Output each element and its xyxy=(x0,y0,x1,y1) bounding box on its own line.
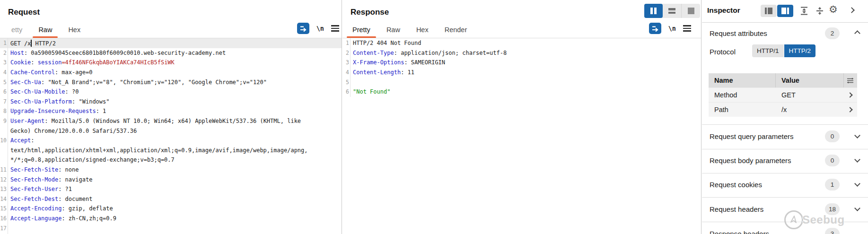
line-number: 6 xyxy=(0,87,8,97)
dock-right-icon[interactable] xyxy=(777,5,793,17)
editor-line: 4Content-Length: 11 xyxy=(342,68,701,78)
line-number: 8 xyxy=(0,106,8,116)
editor-line: Gecko) Chrome/120.0.0.0 Safari/537.36 xyxy=(0,126,342,136)
tab-response-render[interactable]: Render xyxy=(437,22,475,38)
editor-line: 3Cookie: session=4fI46NFGkqbABoYIAKCa74H… xyxy=(0,58,342,68)
editor-line: 2Host: 0a590059045ceec6801b80f6009c0010.… xyxy=(0,48,342,58)
editor-line: 2Content-Type: application/json; charset… xyxy=(342,48,701,58)
editor-menu-icon[interactable] xyxy=(331,25,339,32)
request-panel: Request etty Raw Hex \n 1GET /x HTTP/22H… xyxy=(0,0,342,234)
response-editor[interactable]: 1HTTP/2 404 Not Found2Content-Type: appl… xyxy=(342,38,701,234)
line-number: 5 xyxy=(0,77,8,87)
editor-line: 4Cache-Control: max-age=0 xyxy=(0,68,342,78)
section-request-cookies[interactable]: Request cookies xyxy=(710,181,762,189)
line-number: 3 xyxy=(0,58,8,68)
chevron-down-icon[interactable] xyxy=(854,132,860,139)
section-response-headers[interactable]: Response headers xyxy=(710,230,769,234)
line-number: 6 xyxy=(342,87,351,97)
tab-response-pretty[interactable]: Pretty xyxy=(344,22,378,38)
table-rows: MethodGETPath/x xyxy=(709,87,857,117)
chevron-down-icon[interactable] xyxy=(854,156,860,163)
section-badge: 2 xyxy=(825,27,840,39)
protocol-toggle: HTTP/1 HTTP/2 xyxy=(752,44,815,57)
line-number: 5 xyxy=(342,77,351,87)
editor-line: 11Sec-Fetch-Site: none xyxy=(0,165,342,175)
section-request-attributes[interactable]: Request attributes xyxy=(710,29,767,37)
seebug-watermark-text: Seebug xyxy=(802,213,845,226)
editor-line: 17 xyxy=(0,223,342,233)
word-wrap-icon[interactable] xyxy=(649,23,661,34)
editor-line: 9User-Agent: Mozilla/5.0 (Windows NT 10.… xyxy=(0,116,342,126)
column-value: Value xyxy=(776,73,844,87)
line-number: 16 xyxy=(0,214,8,224)
dock-left-icon[interactable] xyxy=(761,5,777,17)
section-badge: 0 xyxy=(825,155,840,166)
chevron-right-icon[interactable] xyxy=(847,107,852,112)
collapse-all-icon[interactable] xyxy=(815,6,824,16)
line-number xyxy=(0,155,8,165)
attribute-row-path[interactable]: Path/x xyxy=(709,102,857,117)
line-number: 13 xyxy=(0,184,8,194)
inspector-title: Inspector xyxy=(707,6,740,15)
tab-request-pretty[interactable]: etty xyxy=(10,22,30,38)
gear-icon[interactable]: ⚙ xyxy=(829,4,838,15)
line-number: 14 xyxy=(0,194,8,204)
line-number: 3 xyxy=(342,58,351,68)
line-number: 7 xyxy=(0,97,8,107)
protocol-http2-button[interactable]: HTTP/2 xyxy=(784,44,816,57)
divider xyxy=(702,22,868,23)
response-tabs: Pretty Raw Hex Render xyxy=(344,22,475,38)
tab-request-hex[interactable]: Hex xyxy=(60,22,88,38)
editor-line: 10Accept: xyxy=(0,136,342,146)
editor-line: 6Sec-Ch-Ua-Mobile: ?0 xyxy=(0,87,342,97)
chevron-up-icon[interactable] xyxy=(854,30,860,36)
editor-line: 1HTTP/2 404 Not Found xyxy=(342,38,701,48)
line-number: 11 xyxy=(0,165,8,175)
protocol-http1-button[interactable]: HTTP/1 xyxy=(752,44,784,57)
section-request-query-parameters[interactable]: Request query parameters xyxy=(710,132,794,140)
expand-all-icon[interactable] xyxy=(799,6,809,16)
attribute-row-method[interactable]: MethodGET xyxy=(709,87,857,102)
editor-menu-icon[interactable] xyxy=(683,25,691,32)
editor-line: text/html,application/xhtml+xml,applicat… xyxy=(0,146,342,156)
inspector-panel: Inspector ⚙ Request attributes 2 Protoco… xyxy=(702,0,868,234)
line-number: 2 xyxy=(342,48,351,58)
divider xyxy=(702,149,868,149)
section-badge: 0 xyxy=(825,130,840,142)
line-number: 9 xyxy=(0,116,8,126)
layout-columns-button[interactable] xyxy=(644,4,663,18)
protocol-label: Protocol xyxy=(710,48,736,56)
word-wrap-icon[interactable] xyxy=(297,23,309,34)
chevron-right-icon[interactable] xyxy=(847,92,852,97)
editor-line: 5 xyxy=(342,77,701,87)
editor-line: 8Upgrade-Insecure-Requests: 1 xyxy=(0,106,342,116)
section-request-body-parameters[interactable]: Request body parameters xyxy=(710,156,791,165)
divider xyxy=(702,197,868,198)
editor-line: */*;q=0.8,application/signed-exchange;v=… xyxy=(0,155,342,165)
request-editor[interactable]: 1GET /x HTTP/22Host: 0a590059045ceec6801… xyxy=(0,38,342,234)
editor-line: 1GET /x HTTP/2 xyxy=(0,38,342,48)
layout-single-button[interactable] xyxy=(682,4,700,18)
line-number: 17 xyxy=(0,223,8,233)
line-number: 4 xyxy=(0,68,8,78)
section-request-headers[interactable]: Request headers xyxy=(710,205,763,213)
show-newlines-button[interactable]: \n xyxy=(668,25,676,32)
request-editor-toolbar: \n xyxy=(297,23,339,34)
line-number: 15 xyxy=(0,204,8,214)
seebug-logo-icon xyxy=(784,210,803,229)
tab-request-raw[interactable]: Raw xyxy=(30,22,60,38)
table-options-icon[interactable] xyxy=(844,78,856,84)
line-number: 2 xyxy=(0,48,8,58)
layout-rows-button[interactable] xyxy=(663,4,682,18)
response-panel: Response Pretty Raw Hex Render \n 1HTTP/… xyxy=(342,0,701,234)
column-name: Name xyxy=(709,73,776,87)
line-number: 10 xyxy=(0,136,8,146)
tab-response-raw[interactable]: Raw xyxy=(378,22,408,38)
layout-switcher xyxy=(644,4,700,18)
chevron-down-icon[interactable] xyxy=(854,205,860,211)
editor-line: 15Accept-Encoding: gzip, deflate xyxy=(0,204,342,214)
inspector-collapse-icon[interactable] xyxy=(849,7,855,13)
tab-response-hex[interactable]: Hex xyxy=(408,22,437,38)
chevron-down-icon[interactable] xyxy=(854,181,860,187)
show-newlines-button[interactable]: \n xyxy=(316,25,324,32)
